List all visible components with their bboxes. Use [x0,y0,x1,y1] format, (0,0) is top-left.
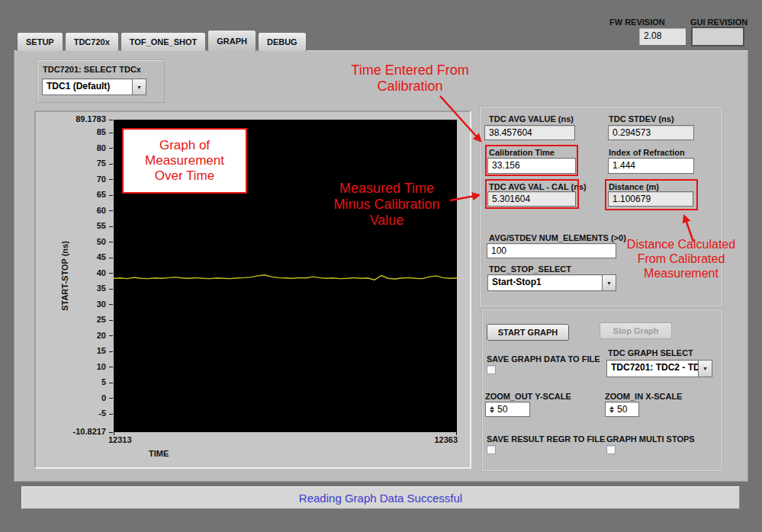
y-tick-mark [109,133,113,133]
num-elements-input[interactable]: 100 [487,243,616,258]
num-elements-label: AVG/STDEV NUM_ELEMENTS (>0) [489,233,626,242]
tdc-select-value: TDC1 (Default) [43,79,132,95]
annotation-distance: Distance Calculated From Calibrated Meas… [616,238,746,281]
increment-decrement-icon[interactable] [609,406,614,413]
zoom-out-label: ZOOM_OUT Y-SCALE [485,392,571,401]
graph-select-label: TDC GRAPH SELECT [608,348,693,357]
x-axis-title: TIME [149,449,169,458]
x-tick-max: 12363 [423,435,458,444]
gui-revision-field [691,27,744,46]
y-tick-mark [109,226,113,227]
y-tick-label: 30 [36,300,106,309]
y-tick-mark [109,414,113,415]
y-tick-mark [109,120,113,120]
y-axis: 89.1783858075706560555045403530252015105… [36,112,114,470]
tab-setup[interactable]: SETUP [17,32,63,51]
y-tick-label: 25 [36,315,106,324]
tdc-avg-field: 38.457604 [484,125,575,140]
gui-revision-label: GUI REVISION [690,18,748,27]
y-tick-mark [109,320,113,321]
y-tick-mark [109,398,113,399]
tab-tdc720x[interactable]: TDC720x [65,32,119,51]
avg-minus-cal-highlight [485,179,579,209]
y-tick-mark [109,195,113,196]
y-tick-label: -5 [36,409,106,418]
y-tick-mark [109,367,113,367]
y-tick-label: 40 [36,268,106,277]
start-graph-button[interactable]: START GRAPH [487,324,569,341]
x-tick-min: 12313 [108,435,132,444]
y-tick-mark [109,210,113,211]
multi-stops-checkbox[interactable] [606,445,616,454]
increment-decrement-icon[interactable] [490,406,494,413]
y-tick-label: 75 [36,159,106,168]
y-tick-mark [109,242,113,242]
y-tick-label: 65 [36,190,106,199]
stop-select-value: Start-Stop1 [488,275,602,290]
stop-select-label: TDC_STOP_SELECT [489,264,571,274]
y-tick-label: 55 [36,221,106,230]
y-tick-mark [109,258,113,258]
y-tick-mark [109,304,113,305]
y-tick-label: 85 [36,127,106,136]
zoom-in-input[interactable]: 50 [605,402,639,417]
stop-graph-button[interactable]: Stop Graph [600,322,672,339]
y-tick-mark [109,335,113,336]
y-tick-label: 5 [36,377,106,386]
graph-select-dropdown[interactable]: TDC7201: TDC2 - TDC1 ▼ [606,360,712,377]
fw-revision-field: 2.08 [638,27,686,46]
waveform-graph: 89.1783858075706560555045403530252015105… [34,111,471,469]
y-tick-label: 10 [36,362,106,371]
tab-bar: SETUP TDC720x TOF_ONE_SHOT GRAPH DEBUG [17,30,307,51]
save-graph-label: SAVE GRAPH DATA TO FILE [487,354,600,364]
tab-tof-one-shot[interactable]: TOF_ONE_SHOT [121,32,206,51]
stop-select-dropdown[interactable]: Start-Stop1 ▼ [487,274,616,291]
dropdown-arrow-icon[interactable]: ▼ [602,275,616,290]
y-tick-label: 80 [36,143,106,152]
graph-annotation-text: Graph of Measurement Over Time [145,138,224,184]
x-tickmark-max [456,432,457,435]
tdc-avg-label: TDC AVG VALUE (ns) [489,114,574,123]
y-tick-label: 15 [36,346,106,355]
annotation-time-entered: Time Entered From Calibration [320,62,500,95]
save-graph-checkbox[interactable] [487,365,496,374]
y-tick-mark [109,289,113,290]
distance-highlight [605,179,698,210]
dropdown-arrow-icon[interactable]: ▼ [132,79,146,95]
y-axis-title: START-STOP (ns) [60,219,69,333]
zoom-in-value: 50 [617,404,627,415]
y-tick-mark [109,432,113,433]
status-bar: Reading Graph Data Successful [21,486,740,509]
y-tick-mark [109,179,113,180]
save-result-label: SAVE RESULT REGR TO FILE [487,434,605,444]
y-tick-mark [109,164,113,165]
annotation-measured-time: Measured Time Minus Calibration Value [304,181,470,229]
y-tick-label: 20 [36,331,106,340]
y-tick-mark [109,273,113,274]
tab-debug[interactable]: DEBUG [258,32,307,51]
zoom-out-input[interactable]: 50 [485,402,530,417]
dropdown-arrow-icon[interactable]: ▼ [698,361,712,377]
x-tickmark-min [114,432,114,435]
y-tick-label: 0 [36,393,106,402]
calibration-time-highlight [485,145,578,176]
fw-revision-label: FW REVISION [609,18,665,27]
zoom-in-label: ZOOM_IN X-SCALE [605,392,682,401]
y-tick-mark [109,148,113,149]
multi-stops-label: GRAPH MULTI STOPS [606,434,695,444]
tdc-select-label: TDC7201: SELECT TDCx [43,65,141,74]
y-tick-label: 50 [36,237,106,246]
refraction-label: Index of Refraction [609,148,685,157]
y-tick-mark [109,383,113,383]
refraction-input[interactable]: 1.444 [608,158,694,174]
tab-graph[interactable]: GRAPH [207,30,256,52]
y-tick-label: 89.1783 [36,114,106,123]
zoom-out-value: 50 [497,404,507,415]
y-tick-label: -10.8217 [36,427,106,436]
save-result-checkbox[interactable] [487,445,496,454]
y-tick-label: 70 [36,175,106,184]
y-tick-mark [109,351,113,352]
status-message: Reading Graph Data Successful [299,492,462,505]
tdc-select-dropdown[interactable]: TDC1 (Default) ▼ [42,79,146,95]
tdc-stdev-field: 0.294573 [608,125,694,140]
